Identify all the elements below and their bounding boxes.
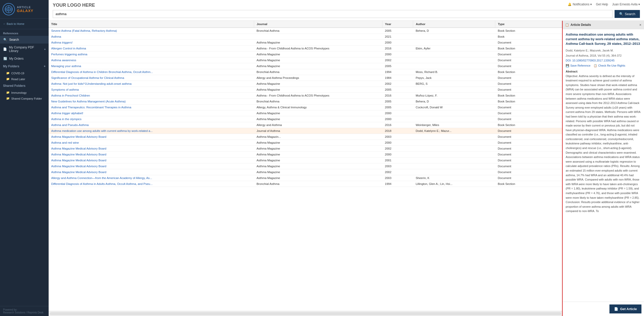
cell-journal: Asthma Magazine [254, 57, 382, 63]
sidebar-folder-covid[interactable]: 📁 COVID-19 [0, 70, 49, 76]
horizontal-scrollbar[interactable] [50, 312, 561, 315]
cell-title[interactable]: Asthma triggers! [49, 40, 254, 46]
cell-title[interactable]: Asthma trigger alphabet! [49, 110, 254, 116]
table-row[interactable]: Asthma and Therapeutics: Recombinant The… [49, 104, 562, 110]
table-row[interactable]: Severe Asthma (Fatal Asthma, Refractory … [49, 28, 562, 34]
details-close-button[interactable]: × [639, 23, 641, 27]
cell-year: 2003 [382, 163, 413, 169]
sidebar-item-search[interactable]: 🔍 Search [0, 36, 49, 44]
check-reuse-link[interactable]: 📋 Check Re-Use Rights [594, 64, 625, 67]
table-header-row: Title Journal Year Author Type [49, 21, 562, 28]
cell-title[interactable]: Asthma and Pseudo-Asthma [49, 122, 254, 128]
cell-author: Muñoz-López, F. [413, 93, 495, 99]
search-input[interactable] [53, 10, 613, 18]
table-row[interactable]: Asthma Magazine Medical Advisory BoardAs… [49, 134, 562, 140]
table-row[interactable]: Asthma and Pseudo-AsthmaAllergy and Asth… [49, 122, 562, 128]
cell-title[interactable]: Allergen Control in Asthma [49, 46, 254, 51]
cell-title[interactable]: Asthma awareness [49, 57, 254, 63]
cell-title[interactable]: Asthma Magazine Medical Advisory Board [49, 152, 254, 157]
cell-title[interactable]: Severe Asthma (Fatal Asthma, Refractory … [49, 28, 254, 34]
sidebar-orders-label: My Orders [9, 57, 24, 60]
cell-type: Document [495, 57, 562, 63]
chevron-icon: ▾ [44, 48, 46, 51]
cell-title[interactable]: New Guidelines for Asthma Management (Ac… [49, 99, 254, 104]
save-reference-link[interactable]: 💾 Save Reference [566, 64, 591, 67]
details-footer: 📄 Get Article [563, 302, 644, 316]
table-row[interactable]: Managing your asthmaAsthma Magazine2005D… [49, 63, 562, 69]
cell-title[interactable]: Symptoms of asthma [49, 87, 254, 93]
cell-year: 2002 [382, 146, 413, 152]
table-row[interactable]: Asthma medication use among adults with … [49, 128, 562, 134]
cell-title[interactable]: Significance of Occupational Asthma for … [49, 75, 254, 81]
get-help-link[interactable]: Get Help [596, 3, 608, 6]
sidebar-item-pdf-library[interactable]: 📄 My Company PDF Library ▾ [0, 44, 49, 55]
table-row[interactable]: Asthma Magazine Medical Advisory BoardAs… [49, 157, 562, 163]
cell-type: Document [495, 116, 562, 122]
cell-title[interactable]: Perfumes triggering asthma [49, 51, 254, 57]
sidebar-item-orders[interactable]: 🔄 My Orders [0, 55, 49, 62]
table-row[interactable]: Asthma Magazine Medical Advisory BoardAs… [49, 146, 562, 152]
cell-title[interactable]: Asthma Magazine Medical Advisory Board [49, 146, 254, 152]
table-row[interactable]: Asthma in the olympicsAsthma Magazine200… [49, 116, 562, 122]
cell-title[interactable]: Differential Diagnosis of Asthma in Adul… [49, 181, 254, 187]
table-row[interactable]: Perfumes triggering asthmaAsthma Magazin… [49, 51, 562, 57]
cell-journal: Asthma Magazine [254, 152, 382, 157]
table-row[interactable]: Asthma2021Book [49, 34, 562, 40]
get-article-button[interactable]: 📄 Get Article [609, 304, 641, 313]
add-folder-button[interactable]: + [44, 65, 46, 68]
cell-title[interactable]: Asthma Magazine Medical Advisory Board [49, 157, 254, 163]
table-row[interactable]: Significance of Occupational Asthma for … [49, 75, 562, 81]
cell-title[interactable]: Asthma in the olympics [49, 116, 254, 122]
cell-year: 2003 [382, 175, 413, 181]
cell-year: 2018 [382, 128, 413, 134]
cell-title[interactable]: Asthma in Preschool Children [49, 93, 254, 99]
details-doi[interactable]: DOI: 10.1080/02770903.2017.1339245 [566, 59, 641, 62]
table-row[interactable]: New Guidelines for Asthma Management (Ac… [49, 99, 562, 104]
cell-title[interactable]: Asthma and Therapeutics: Recombinant The… [49, 104, 254, 110]
table-row[interactable]: Symptoms of asthmaAsthma Magazine2005Doc… [49, 87, 562, 93]
cell-journal: Journal of Asthma [254, 128, 382, 134]
sidebar-folder-immunology[interactable]: 📁 Immunology [0, 90, 49, 96]
cell-title[interactable]: Managing your asthma [49, 63, 254, 69]
notifications-button[interactable]: 🔔Notifications ▾ [568, 3, 592, 6]
col-year: Year [382, 21, 413, 28]
footer-line2: Research Solutions / Reprints Desk [3, 311, 46, 314]
table-row[interactable]: Asthma in Preschool ChildrenAsthma - Fro… [49, 93, 562, 99]
col-type: Type [495, 21, 562, 28]
table-row[interactable]: Allergen Control in AsthmaAsthma - From … [49, 46, 562, 51]
abstract-label: Abstract: [566, 70, 641, 73]
cell-title[interactable]: Differential Diagnosis of Asthma in Chil… [49, 69, 254, 75]
cell-year: 2021 [382, 34, 413, 40]
sidebar: ARTICLE GALAXY ← Back to Home References… [0, 0, 49, 316]
table-row[interactable]: Asthma Magazine Medical Advisory BoardAs… [49, 169, 562, 175]
cell-title[interactable]: Asthma [49, 34, 254, 40]
cell-title[interactable]: Allergy and Asthma Connection—from the A… [49, 175, 254, 181]
back-to-home-link[interactable]: ← Back to Home [0, 21, 49, 27]
cell-journal: Asthma Magazine [254, 110, 382, 116]
cell-title[interactable]: Asthma: Not just for kids!¹1Understandin… [49, 81, 254, 87]
cell-title[interactable]: Asthma medication use among adults with … [49, 128, 254, 134]
table-row[interactable]: Asthma and red wineAsthma Magazine2000Do… [49, 140, 562, 146]
sidebar-folder-shared-company[interactable]: 📁 Shared Company Folder [0, 96, 49, 101]
table-row[interactable]: Asthma Magazine Medical Advisory BoardAs… [49, 163, 562, 169]
table-row[interactable]: Differential Diagnosis of Asthma in Chil… [49, 69, 562, 75]
cell-title[interactable]: Asthma and red wine [49, 140, 254, 146]
table-row[interactable]: Asthma trigger alphabet!Asthma Magazine2… [49, 110, 562, 116]
table-row[interactable]: Asthma Magazine Medical Advisory BoardAs… [49, 152, 562, 157]
cell-title[interactable]: Asthma Magazine Medical Advisory Board [49, 163, 254, 169]
cell-title[interactable]: Asthma Magazine Medical Advisory Board [49, 134, 254, 140]
user-menu[interactable]: Juan Ernesto Avila ▾ [612, 3, 640, 6]
save-icon: 💾 [566, 64, 569, 67]
cell-title[interactable]: Asthma Magazine Medical Advisory Board [49, 169, 254, 175]
table-row[interactable]: Asthma: Not just for kids!¹1Understandin… [49, 81, 562, 87]
table-row[interactable]: Asthma awarenessAsthma Magazine2002Docum… [49, 57, 562, 63]
cell-year: 1994 [382, 69, 413, 75]
sidebar-folder-read-later[interactable]: 📁 Read Later [0, 76, 49, 82]
table-row[interactable]: Allergy and Asthma Connection—from the A… [49, 175, 562, 181]
search-button[interactable]: 🔍 Search [615, 10, 640, 18]
cell-journal: Asthma - From Childhood Asthma to ACOS P… [254, 93, 382, 99]
cell-journal: Asthma Magazine [254, 140, 382, 146]
search-button-icon: 🔍 [619, 12, 623, 16]
table-row[interactable]: Differential Diagnosis of Asthma in Adul… [49, 181, 562, 187]
table-row[interactable]: Asthma triggers!Asthma Magazine2000Docum… [49, 40, 562, 46]
